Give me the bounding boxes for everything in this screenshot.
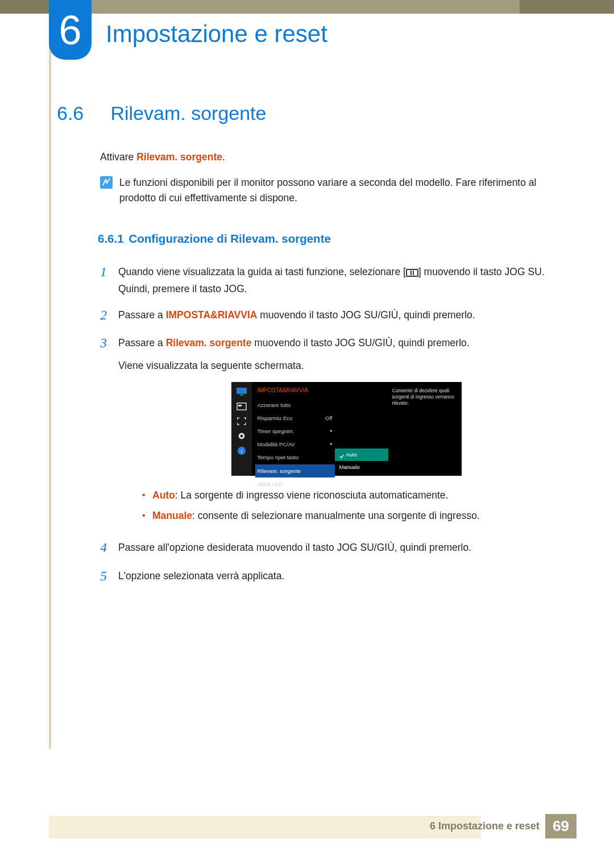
footer: 6 Impostazione e reset 69 (430, 814, 576, 838)
step-text: Quando viene visualizzata la guida ai ta… (118, 264, 574, 298)
osd-label: Risparmio Eco (258, 414, 293, 423)
chapter-number-tab: 6 (49, 0, 92, 60)
footer-text: 6 Impostazione e reset (430, 820, 540, 832)
osd-submenu-auto-selected: Auto (335, 448, 388, 461)
step2-a: Passare a (118, 309, 166, 321)
steps-list: 1 Quando viene visualizzata la guida ai … (100, 264, 574, 587)
svg-rect-1 (237, 388, 247, 394)
step1-a: Quando viene visualizzata la guida ai ta… (118, 266, 406, 277)
chapter-title: Impostazione e reset (106, 20, 327, 48)
step-text: Passare all'opzione desiderata muovendo … (118, 539, 574, 558)
subsection-heading: 6.6.1 Configurazione di Rilevam. sorgent… (98, 230, 574, 248)
info-icon: i (236, 446, 247, 456)
step2-highlight: IMPOSTA&RIAVVIA (166, 309, 258, 321)
osd-description: Consente di decidere quali sorgenti di i… (392, 388, 458, 406)
osd-submenu-manual: Manuale (335, 461, 388, 474)
osd-sidebar: i (231, 382, 252, 476)
footer-beige-bar (49, 816, 481, 838)
osd-label: Modalità PC/AV (258, 440, 295, 449)
step-4: 4 Passare all'opzione desiderata muovend… (100, 539, 574, 558)
osd-item-pcav: Modalità PC/AV▸ (258, 438, 337, 451)
osd-screenshot: i IMPOSTA&RIAVVIA Azzerare tutto Risparm… (231, 382, 462, 476)
monitor-icon (236, 387, 247, 397)
note-icon (100, 176, 113, 189)
intro-highlight: Rilevam. sorgente (136, 151, 222, 163)
osd-main: IMPOSTA&RIAVVIA Azzerare tutto Risparmio… (252, 382, 462, 476)
svg-rect-4 (238, 405, 242, 406)
step3-c: Viene visualizzata la seguente schermata… (118, 358, 574, 375)
step3-a: Passare a (118, 337, 166, 348)
step-3: 3 Passare a Rilevam. sorgente muovendo i… (100, 335, 574, 531)
left-accent-bar (49, 14, 51, 749)
subsection-number: 6.6.1 (98, 232, 124, 245)
bullet-auto-text: : La sorgente di ingresso viene riconosc… (175, 489, 449, 501)
section-heading: 6.6 Rilevam. sorgente (57, 102, 574, 124)
step-text: Passare a Rilevam. sorgente muovendo il … (118, 335, 574, 531)
subsection-title: Configurazione di Rilevam. sorgente (128, 232, 330, 245)
step2-b: muovendo il tasto JOG SU/GIÙ, quindi pre… (257, 309, 475, 321)
bullet-manual-text: : consente di selezionare manualmente un… (192, 510, 480, 521)
intro-suffix: . (222, 151, 225, 163)
osd-value: ▸ (330, 427, 333, 436)
osd-value: Off (325, 414, 333, 423)
menu-glyph-icon (406, 269, 418, 277)
osd-label: Azzerare tutto (258, 401, 291, 410)
svg-rect-2 (240, 394, 243, 396)
resize-icon (236, 416, 247, 426)
bullet-auto: Auto: La sorgente di ingresso viene rico… (140, 487, 574, 503)
step-number: 3 (100, 333, 118, 531)
content-area: 6.6 Rilevam. sorgente Attivare Rilevam. … (57, 102, 574, 596)
osd-label: Timer spegnim. (258, 427, 294, 436)
bullet-manual-hl: Manuale (152, 510, 192, 521)
osd-submenu-label: Auto (346, 450, 358, 459)
footer-page-number: 69 (545, 814, 576, 838)
gear-icon (236, 431, 247, 441)
step3-b: muovendo il tasto JOG SU/GIÙ, quindi pre… (251, 337, 469, 348)
svg-text:i: i (240, 448, 242, 454)
option-bullets: Auto: La sorgente di ingresso viene rico… (140, 487, 574, 524)
step-text: Passare a IMPOSTA&RIAVVIA muovendo il ta… (118, 307, 574, 326)
osd-item-reset: Azzerare tutto (258, 398, 337, 412)
note-row: Le funzioni disponibili per il monitor p… (100, 175, 574, 206)
osd-label: Rilevam. sorgente (258, 467, 301, 476)
intro-line: Attivare Rilevam. sorgente. (100, 149, 574, 165)
svg-point-6 (240, 435, 243, 438)
step-number: 5 (100, 566, 118, 587)
step3-highlight: Rilevam. sorgente (166, 337, 252, 348)
osd-item-repeat: Tempo ripet tasto (258, 451, 337, 464)
bullet-manual: Manuale: consente di selezionare manualm… (140, 508, 574, 524)
step-number: 1 (100, 261, 118, 298)
intro-prefix: Attivare (100, 151, 136, 163)
step-number: 2 (100, 305, 118, 326)
osd-label: Tempo ripet tasto (258, 453, 299, 462)
section-title: Rilevam. sorgente (110, 102, 266, 124)
osd-item-timer: Timer spegnim.▸ (258, 425, 337, 438)
picture-icon (236, 401, 247, 412)
osd-submenu: Auto Manuale (335, 448, 388, 474)
section-number: 6.6 (57, 102, 108, 124)
check-icon (339, 452, 344, 457)
step-5: 5 L'opzione selezionata verrà applicata. (100, 568, 574, 587)
step-number: 4 (100, 537, 118, 558)
osd-value: ▸ (330, 440, 333, 449)
osd-item-eco: Risparmio EcoOff (258, 412, 337, 425)
bullet-auto-hl: Auto (152, 489, 175, 501)
step-2: 2 Passare a IMPOSTA&RIAVVIA muovendo il … (100, 307, 574, 326)
osd-item-source-selected: Rilevam. sorgente (255, 464, 335, 477)
note-text: Le funzioni disponibili per il monitor p… (119, 175, 574, 206)
header-band-inner (49, 0, 520, 14)
step-text: L'opzione selezionata verrà applicata. (118, 568, 574, 587)
osd-submenu-label: Manuale (339, 463, 360, 472)
step-1: 1 Quando viene visualizzata la guida ai … (100, 264, 574, 298)
